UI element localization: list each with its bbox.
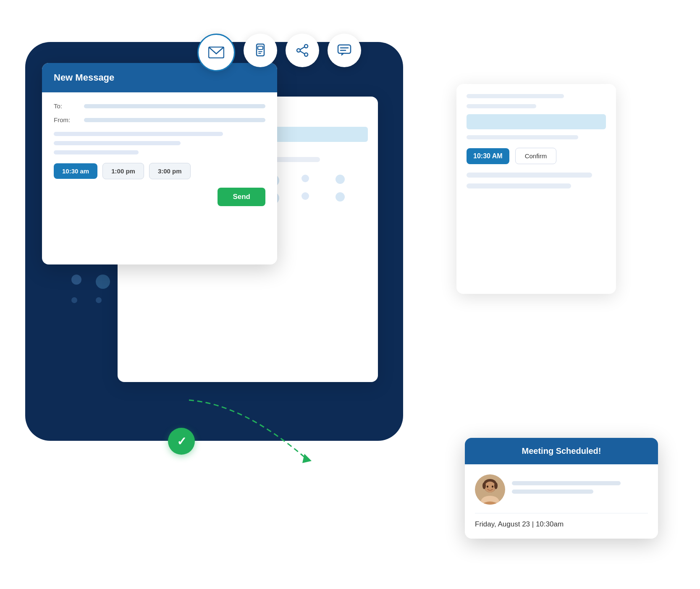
time-slots-row: 10:30 am 1:00 pm 3:00 pm — [54, 163, 265, 179]
chat-icon-circle — [328, 34, 361, 67]
cal-dot — [301, 175, 309, 182]
confirm-panel: 10:30 AM Confirm — [456, 84, 616, 294]
ph-row — [467, 94, 564, 98]
confirm-time-badge: 10:30 AM — [467, 148, 509, 164]
mobile-icon-circle — [244, 34, 277, 67]
svg-point-20 — [487, 486, 488, 488]
message-content-lines — [54, 132, 265, 154]
svg-point-19 — [494, 482, 498, 489]
svg-point-18 — [482, 482, 486, 489]
mobile-message-icon — [253, 43, 267, 58]
dashed-arrow — [181, 392, 340, 476]
confirm-button[interactable]: Confirm — [515, 148, 557, 164]
to-field-row: To: — [54, 102, 265, 110]
send-button[interactable]: Send — [218, 188, 265, 206]
from-label: From: — [54, 116, 79, 123]
cal-dot — [336, 192, 345, 202]
highlight-ph-row — [467, 114, 606, 129]
person-line — [512, 481, 621, 485]
svg-point-5 — [304, 45, 308, 48]
scene: New Message To: From: 10:30 am 1: — [0, 0, 700, 589]
meeting-title: Meeting Scheduled! — [522, 446, 601, 455]
check-circle: ✓ — [168, 428, 195, 455]
svg-point-21 — [492, 486, 493, 488]
from-value — [84, 118, 265, 122]
from-field-row: From: — [54, 116, 265, 123]
ph-row — [467, 104, 536, 108]
avatar-svg — [477, 477, 503, 505]
cal-dot — [336, 175, 345, 184]
ph-row — [467, 173, 592, 178]
content-line — [54, 150, 139, 154]
svg-rect-2 — [258, 46, 263, 50]
svg-point-17 — [485, 482, 496, 492]
time-slot-300[interactable]: 3:00 pm — [149, 163, 191, 179]
bg-dot — [71, 275, 81, 285]
content-line — [54, 132, 223, 136]
content-line — [54, 141, 181, 145]
icon-circles — [197, 34, 361, 71]
share-icon-circle — [286, 34, 319, 67]
person-line — [512, 490, 593, 494]
ph-row — [467, 183, 571, 188]
meeting-body: Friday, August 23 | 10:30am — [465, 464, 658, 539]
time-slot-1030[interactable]: 10:30 am — [54, 163, 97, 179]
bg-dot — [96, 275, 110, 289]
svg-point-7 — [304, 53, 308, 56]
send-button-row: Send — [54, 188, 265, 206]
meeting-datetime: Friday, August 23 | 10:30am — [475, 520, 648, 529]
time-slot-100[interactable]: 1:00 pm — [102, 163, 144, 179]
bg-dot — [96, 297, 102, 303]
new-message-card: New Message To: From: 10:30 am 1: — [42, 63, 277, 264]
svg-line-9 — [300, 51, 304, 54]
svg-point-6 — [297, 49, 300, 52]
avatar — [475, 474, 505, 505]
cal-dot — [301, 192, 309, 200]
meeting-card: Meeting Scheduled! — [465, 438, 658, 539]
svg-marker-14 — [302, 454, 312, 463]
mail-icon-circle — [197, 34, 235, 71]
ph-row — [467, 135, 578, 139]
confirm-time-row: 10:30 AM Confirm — [467, 148, 606, 164]
check-mark-icon: ✓ — [177, 435, 186, 448]
share-icon — [296, 44, 309, 57]
svg-line-8 — [300, 47, 304, 50]
meeting-divider — [475, 513, 648, 513]
meeting-person — [475, 474, 648, 505]
bg-dot — [71, 297, 77, 303]
new-message-body: To: From: 10:30 am 1:00 pm 3:0 — [42, 92, 277, 216]
mail-icon — [208, 47, 224, 58]
to-value — [84, 104, 265, 108]
meeting-person-lines — [512, 481, 648, 498]
chat-icon — [337, 44, 351, 57]
to-label: To: — [54, 102, 79, 110]
svg-rect-10 — [338, 45, 351, 53]
new-message-title: New Message — [54, 72, 114, 83]
meeting-header: Meeting Scheduled! — [465, 438, 658, 464]
